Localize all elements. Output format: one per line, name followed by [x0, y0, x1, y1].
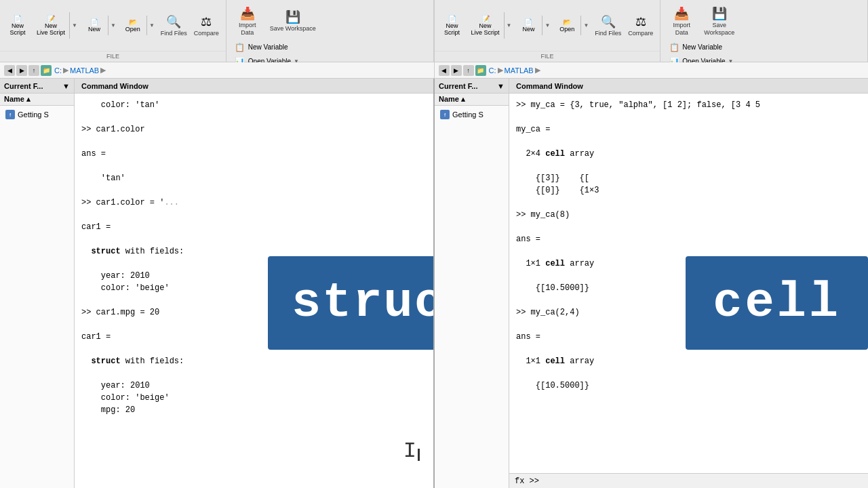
breadcrumb-path-left: C: ▶ MATLAB ▶ [54, 66, 106, 75]
new-script-group: 📄 NewScript [4, 12, 31, 39]
breadcrumb-c-left[interactable]: C: [54, 66, 62, 75]
cmd-content-left[interactable]: struct color: 'tan' >> car1.color ans = … [75, 94, 433, 488]
save-icon: 💾 [285, 9, 301, 25]
new-live-script-button[interactable]: 📝 NewLive Script [33, 12, 69, 39]
file-icon-right: f [440, 110, 450, 119]
import-data-button-right[interactable]: 📥 ImportData [665, 4, 698, 38]
import-label-right: ImportData [673, 22, 691, 37]
cmd-content-right[interactable]: cell >> my_ca = {3, true, "alpha", [1 2]… [509, 94, 868, 488]
new-live-script-label-right: NewLive Script [471, 22, 500, 36]
breadcrumb-c-right[interactable]: C: [489, 66, 496, 75]
find-files-icon: 🔍 [165, 14, 182, 30]
sidebar-title-right: Current F... [439, 82, 477, 90]
up-button-left[interactable]: ↑ [28, 65, 39, 76]
open-button-right[interactable]: 📂 Open [553, 16, 580, 35]
new-other-icon: 📄 [90, 18, 98, 26]
new-live-script-group-right: 📝 NewLive Script ▼ [467, 12, 514, 39]
new-other-dropdown-right[interactable]: ▼ [542, 16, 552, 35]
sidebar-right: Current F... ▼ Name ▴ f Getting S [435, 79, 509, 488]
find-files-label: Find Files [161, 30, 187, 37]
new-script-label: NewScript [9, 22, 25, 36]
new-variable-label-right: New Variable [682, 43, 722, 51]
breadcrumb-matlab-right[interactable]: MATLAB [505, 66, 534, 75]
new-live-script-dropdown[interactable]: ▼ [69, 12, 79, 39]
compare-button-right[interactable]: ⚖ Compare [625, 12, 656, 39]
find-files-button-left[interactable]: 🔍 Find Files [158, 12, 190, 39]
breadcrumb-matlab-left[interactable]: MATLAB [70, 66, 99, 75]
file-icon-left: f [5, 110, 15, 119]
import-label: ImportData [239, 22, 256, 37]
new-other-button-right[interactable]: 📄 New [515, 16, 542, 35]
new-script-label-right: NewScript [444, 22, 460, 36]
panel-right: Current F... ▼ Name ▴ f Getting S Comman… [435, 79, 868, 488]
open-label: Open [125, 26, 140, 33]
sidebar-dropdown-left[interactable]: ▼ [62, 82, 70, 90]
cursor-indicator: I [403, 435, 420, 468]
compare-icon: ⚖ [198, 14, 214, 30]
sidebar-content-right: f Getting S [435, 106, 509, 488]
forward-button-right[interactable]: ▶ [451, 65, 462, 76]
main-area: Current F... ▼ Name ▴ f Getting S Comman… [0, 79, 868, 488]
up-button-right[interactable]: ↑ [463, 65, 474, 76]
new-live-script-label: NewLive Script [37, 22, 65, 36]
compare-button-left[interactable]: ⚖ Compare [191, 12, 222, 39]
overlay-struct: struct [268, 256, 433, 350]
new-other-button[interactable]: 📄 New [81, 16, 108, 35]
compare-icon-right: ⚖ [633, 14, 649, 30]
save-workspace-button-left[interactable]: 💾 Save Workspace [267, 4, 319, 38]
new-script-group-right: 📄 NewScript [439, 12, 466, 39]
save-workspace-label-right: SaveWorkspace [704, 22, 734, 37]
new-live-script-dropdown-right[interactable]: ▼ [504, 12, 514, 39]
file-section-left: 📄 NewScript 📝 NewLive Script ▼ 📄 [0, 0, 226, 62]
save-workspace-button-right[interactable]: 💾 SaveWorkspace [701, 4, 737, 38]
new-other-group-right: 📄 New ▼ [515, 16, 552, 35]
cmd-header-left: Command Window [75, 79, 433, 94]
import-icon: 📥 [239, 5, 256, 22]
import-data-button[interactable]: 📥 ImportData [231, 4, 264, 38]
new-variable-icon: 📋 [235, 42, 245, 53]
new-other-group: 📄 New ▼ [81, 16, 118, 35]
breadcrumb-path-right: C: ▶ MATLAB ▶ [489, 66, 540, 75]
breadcrumb-nav-left: ◀ ▶ ↑ 📁 [4, 65, 52, 76]
panel-left: Current F... ▼ Name ▴ f Getting S Comman… [0, 79, 435, 488]
find-files-button-right[interactable]: 🔍 Find Files [592, 12, 624, 39]
back-button-right[interactable]: ◀ [439, 65, 450, 76]
toolbar-right: 📄 NewScript 📝 NewLive Script ▼ 📄 New [435, 0, 869, 62]
open-dropdown[interactable]: ▼ [146, 16, 157, 35]
open-icon-right: 📂 [563, 18, 571, 26]
back-button-left[interactable]: ◀ [4, 65, 15, 76]
cmd-header-right: Command Window [509, 79, 868, 94]
folder-icon-right: 📁 [475, 65, 486, 76]
open-icon: 📂 [129, 18, 137, 26]
new-script-button[interactable]: 📄 NewScript [4, 12, 31, 39]
new-live-script-icon-right: 📝 [481, 15, 490, 22]
open-group: 📂 Open ▼ [119, 16, 157, 35]
new-variable-button-right[interactable]: 📋 New Variable [665, 41, 746, 54]
file-section-right: 📄 NewScript 📝 NewLive Script ▼ 📄 New [435, 0, 661, 62]
sidebar-dropdown-right[interactable]: ▼ [497, 82, 505, 90]
sidebar-item-right-0[interactable]: f Getting S [437, 108, 506, 121]
new-live-script-group: 📝 NewLive Script ▼ [33, 12, 79, 39]
new-other-label-right: New [522, 26, 534, 33]
new-variable-button-left[interactable]: 📋 New Variable [231, 41, 312, 54]
sidebar-item-left-0[interactable]: f Getting S [3, 108, 71, 121]
new-script-icon-right: 📄 [448, 15, 456, 22]
sidebar-col-header-left: Name ▴ [0, 94, 74, 106]
command-window-right: Command Window cell >> my_ca = {3, true,… [509, 79, 868, 488]
file-buttons-left: 📄 NewScript 📝 NewLive Script ▼ 📄 [0, 0, 226, 51]
open-dropdown-right[interactable]: ▼ [580, 16, 591, 35]
breadcrumb-bar: ◀ ▶ ↑ 📁 C: ▶ MATLAB ▶ ◀ ▶ ↑ 📁 C: ▶ MATLA… [0, 62, 868, 79]
breadcrumb-right: ◀ ▶ ↑ 📁 C: ▶ MATLAB ▶ [435, 62, 869, 78]
open-button[interactable]: 📂 Open [119, 16, 146, 35]
new-script-button-right[interactable]: 📄 NewScript [439, 12, 466, 39]
new-other-dropdown[interactable]: ▼ [108, 16, 118, 35]
sidebar-header-right: Current F... ▼ [435, 79, 509, 94]
new-variable-label-left: New Variable [248, 43, 288, 51]
new-live-script-button-right[interactable]: 📝 NewLive Script [467, 12, 504, 39]
new-live-script-icon: 📝 [47, 15, 55, 22]
save-icon-right: 💾 [711, 5, 728, 22]
new-variable-icon-right: 📋 [669, 42, 679, 53]
command-window-left: Command Window struct color: 'tan' >> ca… [75, 79, 433, 488]
forward-button-left[interactable]: ▶ [16, 65, 27, 76]
open-group-right: 📂 Open ▼ [553, 16, 591, 35]
